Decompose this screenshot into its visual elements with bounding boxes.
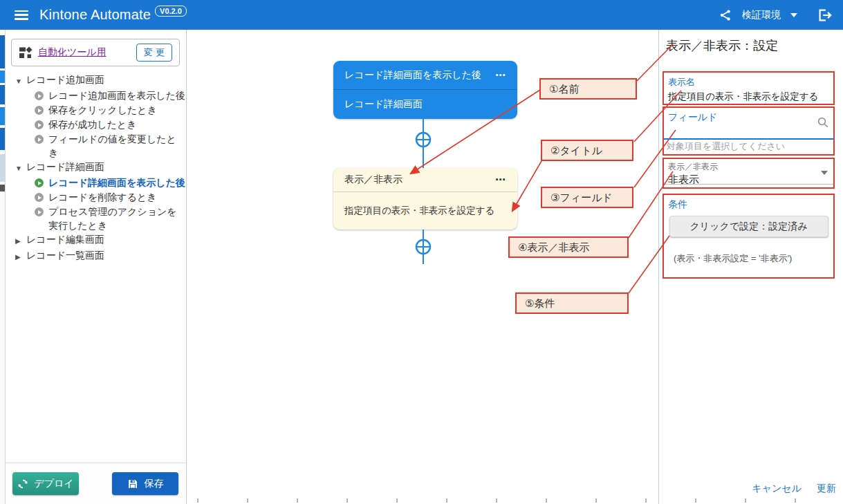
action-node-subtitle: 指定項目の表示・非表示を設定する bbox=[344, 205, 494, 217]
select-underline bbox=[664, 184, 833, 185]
sidebar-group-0[interactable]: ▼レコード追加画面 bbox=[6, 73, 187, 88]
version-badge: V0.2.0 bbox=[155, 6, 187, 17]
panel-title: 表示／非表示：設定 bbox=[666, 37, 778, 54]
chevron-expanded-icon[interactable]: ▼ bbox=[15, 162, 24, 176]
sidebar-group-5[interactable]: ▼レコード詳細画面 bbox=[6, 160, 187, 176]
action-node[interactable]: 表示／非表示 ⋯ 指定項目の表示・非表示を設定する bbox=[333, 168, 517, 230]
sidebar-group-9[interactable]: ▶レコード編集画面 bbox=[6, 232, 187, 248]
play-icon bbox=[35, 91, 44, 100]
tree-item-label: レコード追加画面を表示した後 bbox=[48, 88, 185, 102]
chevron-down-icon[interactable] bbox=[821, 171, 828, 175]
floppy-disk-icon bbox=[127, 478, 138, 489]
play-icon bbox=[35, 178, 44, 187]
sidebar-item-7[interactable]: レコードを削除するとき bbox=[6, 190, 187, 205]
flow-canvas[interactable]: レコード詳細画面を表示した後 ⋯ レコード詳細画面 表示／非表示 ⋯ 指定項目の… bbox=[187, 30, 659, 504]
trigger-node-title: レコード詳細画面を表示した後 bbox=[344, 69, 481, 82]
sync-icon bbox=[17, 478, 28, 489]
visibility-section: 表示／非表示 非表示 bbox=[663, 158, 835, 189]
annotation-label-1: ①名前 bbox=[539, 78, 637, 100]
add-step-button[interactable] bbox=[415, 131, 432, 148]
sidebar-item-6[interactable]: レコード詳細画面を表示した後 bbox=[6, 176, 187, 190]
sidebar-item-8[interactable]: プロセス管理のアクションを実行したとき bbox=[6, 205, 187, 232]
app-grid-icon bbox=[19, 46, 33, 59]
settings-panel: 表示／非表示：設定 表示名 指定項目の表示・非表示を設定する フィールド 対象項… bbox=[659, 30, 843, 504]
sidebar-item-1[interactable]: レコード追加画面を表示した後 bbox=[6, 88, 187, 103]
tree-item-label: フィールドの値を変更したとき bbox=[48, 132, 185, 160]
play-icon bbox=[35, 207, 44, 216]
display-name-section: 表示名 指定項目の表示・非表示を設定する bbox=[663, 71, 835, 105]
play-icon bbox=[35, 193, 44, 202]
sidebar-item-2[interactable]: 保存をクリックしたとき bbox=[6, 103, 187, 118]
field-input[interactable] bbox=[664, 138, 833, 140]
play-icon bbox=[35, 135, 44, 144]
app-name-link[interactable]: 自動化ツール用 bbox=[38, 46, 106, 59]
tree-item-label: 保存をクリックしたとき bbox=[48, 103, 157, 117]
field-placeholder: 対象項目を選択してください bbox=[667, 140, 785, 153]
chevron-collapsed-icon[interactable]: ▶ bbox=[15, 250, 24, 264]
play-icon bbox=[35, 106, 44, 115]
field-section: フィールド 対象項目を選択してください bbox=[663, 106, 835, 156]
top-app-bar: Kintone Automate V0.2.0 検証環境 bbox=[0, 0, 843, 30]
more-icon[interactable]: ⋯ bbox=[495, 174, 506, 186]
tree-item-label: レコードを削除するとき bbox=[48, 190, 157, 204]
more-icon[interactable]: ⋯ bbox=[495, 69, 506, 82]
sidebar-item-3[interactable]: 保存が成功したとき bbox=[6, 118, 187, 132]
logout-icon[interactable] bbox=[817, 8, 832, 23]
share-icon[interactable] bbox=[719, 8, 732, 22]
visibility-label: 表示／非表示 bbox=[668, 161, 829, 173]
tree-item-label: 保存が成功したとき bbox=[48, 118, 137, 131]
display-name-value[interactable]: 指定項目の表示・非表示を設定する bbox=[668, 91, 829, 103]
tree-item-label: レコード詳細画面を表示した後 bbox=[48, 176, 185, 189]
condition-section: 条件 クリックで設定：設定済み (表示・非表示設定 = '非表示') bbox=[663, 194, 835, 279]
app-title: Kintone Automate bbox=[39, 7, 151, 23]
annotation-label-5: ⑤条件 bbox=[515, 292, 629, 314]
annotation-label-3: ③フィールド bbox=[541, 187, 633, 208]
chevron-expanded-icon[interactable]: ▼ bbox=[15, 75, 24, 88]
field-label: フィールド bbox=[668, 111, 829, 124]
search-icon[interactable] bbox=[817, 116, 829, 131]
change-app-button[interactable]: 変更 bbox=[136, 44, 172, 62]
trigger-node[interactable]: レコード詳細画面を表示した後 ⋯ レコード詳細画面 bbox=[333, 61, 517, 119]
save-button[interactable]: 保存 bbox=[112, 472, 178, 495]
chevron-down-icon[interactable] bbox=[790, 13, 797, 17]
event-tree: ▼レコード追加画面レコード追加画面を表示した後保存をクリックしたとき保存が成功し… bbox=[6, 73, 187, 264]
tree-item-label: レコード編集画面 bbox=[26, 232, 104, 246]
sidebar-item-4[interactable]: フィールドの値を変更したとき bbox=[6, 132, 187, 160]
chevron-collapsed-icon[interactable]: ▶ bbox=[15, 234, 24, 248]
display-name-label: 表示名 bbox=[668, 76, 829, 88]
condition-expression: (表示・非表示設定 = '非表示') bbox=[674, 252, 829, 265]
sidebar: 自動化ツール用 変更 ▼レコード追加画面レコード追加画面を表示した後保存をクリッ… bbox=[6, 30, 187, 504]
condition-label: 条件 bbox=[668, 198, 829, 211]
tree-item-label: プロセス管理のアクションを実行したとき bbox=[48, 205, 185, 232]
deploy-button[interactable]: デプロイ bbox=[12, 472, 79, 495]
tree-item-label: レコード追加画面 bbox=[26, 73, 104, 86]
trigger-node-subtitle: レコード詳細画面 bbox=[344, 98, 423, 111]
update-button[interactable]: 更新 bbox=[817, 483, 836, 495]
action-node-title: 表示／非表示 bbox=[344, 174, 402, 186]
app-selector-box: 自動化ツール用 変更 bbox=[11, 39, 180, 66]
sidebar-group-10[interactable]: ▶レコード一覧画面 bbox=[6, 248, 187, 264]
environment-selector-label[interactable]: 検証環境 bbox=[742, 9, 781, 21]
condition-set-button[interactable]: クリックで設定：設定済み bbox=[669, 216, 828, 237]
add-step-button[interactable] bbox=[415, 239, 432, 255]
hamburger-menu-icon[interactable] bbox=[15, 10, 28, 20]
visibility-select[interactable]: 非表示 bbox=[668, 174, 829, 187]
tree-item-label: レコード詳細画面 bbox=[26, 160, 104, 174]
tree-item-label: レコード一覧画面 bbox=[26, 248, 104, 262]
annotation-label-2: ②タイトル bbox=[541, 140, 633, 161]
minimap-strip bbox=[0, 30, 6, 504]
annotation-label-4: ④表示／非表示 bbox=[508, 236, 629, 258]
play-icon bbox=[35, 120, 44, 129]
sidebar-footer: デプロイ 保存 bbox=[6, 463, 186, 504]
kintone-automate-app: Kintone Automate V0.2.0 検証環境 bbox=[0, 0, 843, 504]
cancel-button[interactable]: キャンセル bbox=[752, 483, 802, 495]
